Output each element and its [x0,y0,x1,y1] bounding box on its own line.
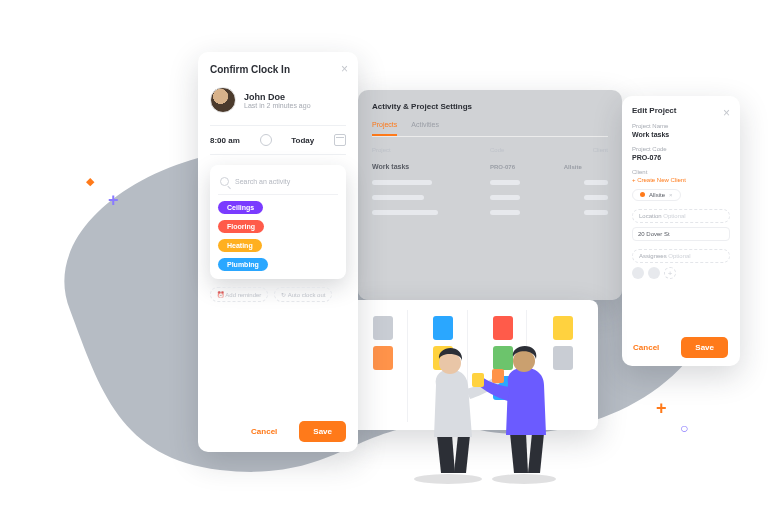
settings-title: Activity & Project Settings [372,102,608,111]
avatar[interactable] [648,267,660,279]
activity-dropdown: Search an activity CeilingsFlooringHeati… [210,165,346,279]
search-input[interactable]: Search an activity [218,173,338,195]
kanban-note [373,316,393,340]
auto-clockout-option[interactable]: ↻ Auto clock out [274,287,332,302]
assignees-row: + [632,267,730,279]
kanban-note [433,316,453,340]
location-field[interactable]: 20 Dover St [632,227,730,241]
kanban-note [373,346,393,370]
table-row [372,195,608,200]
day-value[interactable]: Today [291,136,314,145]
close-icon[interactable]: × [341,62,348,76]
kanban-note [493,376,513,400]
kanban-board [348,300,598,430]
close-icon[interactable]: × [723,106,730,120]
tab-activities[interactable]: Activities [411,121,439,136]
activity-chip[interactable]: Ceilings [218,201,263,214]
client-pill[interactable]: Allsite× [632,189,681,201]
diamond-icon: ◆ [86,175,94,188]
time-date-row: 8:00 am Today [210,125,346,155]
kanban-note [553,316,573,340]
label-location: Location [632,209,730,223]
project-name[interactable]: Work tasks [632,131,730,138]
avatar [210,87,236,113]
table-header: ProjectCodeClient [372,147,608,153]
time-value[interactable]: 8:00 am [210,136,240,145]
save-button[interactable]: Save [299,421,346,442]
kanban-note [433,346,453,370]
plus-icon: + [108,190,119,211]
label-client: Client [632,169,730,175]
table-row[interactable]: Work tasks PRO-076 Allsite [372,163,608,170]
cancel-button[interactable]: Cancel [619,337,673,358]
plus-icon: + [656,398,667,419]
table-row [372,180,608,185]
table-row [372,210,608,215]
clock-title: Confirm Clock In [210,64,346,75]
edit-project-card: × Edit Project Project Name Work tasks P… [622,96,740,366]
kanban-note [493,346,513,370]
user-name: John Doe [244,92,311,102]
calendar-icon[interactable] [334,134,346,146]
kanban-note [493,316,513,340]
settings-tabs: Projects Activities [372,121,608,137]
project-code[interactable]: PRO-076 [632,154,730,161]
tab-projects[interactable]: Projects [372,121,397,136]
activity-chip[interactable]: Flooring [218,220,264,233]
avatar[interactable] [632,267,644,279]
label-assignees: Assignees [632,249,730,263]
clock-in-card: × Confirm Clock In John Doe Last in 2 mi… [198,52,358,452]
settings-card: Activity & Project Settings Projects Act… [358,90,622,300]
kanban-note [553,346,573,370]
edit-title: Edit Project [632,106,730,115]
activity-chip[interactable]: Plumbing [218,258,268,271]
circle-icon: ○ [680,420,688,436]
cancel-button[interactable]: Cancel [237,421,291,442]
search-icon [220,177,229,186]
clock-icon[interactable] [260,134,272,146]
user-sub: Last in 2 minutes ago [244,102,311,109]
label-project-code: Project Code [632,146,730,152]
label-project-name: Project Name [632,123,730,129]
create-client-link[interactable]: + Create New Client [632,177,730,183]
save-button[interactable]: Save [681,337,728,358]
add-assignee-button[interactable]: + [664,267,676,279]
add-reminder-option[interactable]: ⏰ Add reminder [210,287,268,302]
activity-chip[interactable]: Heating [218,239,262,252]
